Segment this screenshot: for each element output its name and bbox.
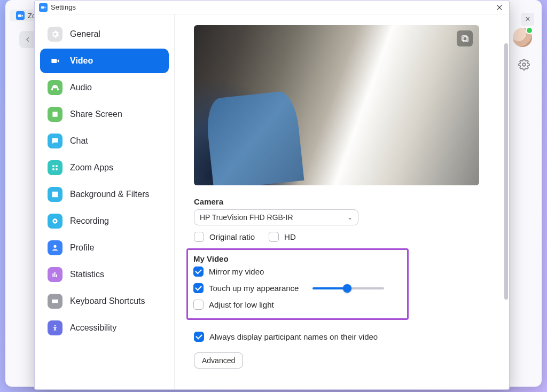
sidebar-item-label: Chat [70, 136, 88, 146]
sidebar-item-a11y[interactable]: Accessibility [40, 316, 169, 340]
stats-icon [48, 267, 62, 282]
video-icon [48, 53, 62, 68]
titlebar: Settings [35, 1, 509, 14]
keyboard-icon [48, 294, 62, 309]
sidebar-item-label: General [70, 29, 100, 39]
sidebar-item-label: Statistics [70, 270, 104, 279]
my-video-highlight: My Video Mirror my video Touch up my app… [186, 248, 409, 320]
apps-icon [48, 160, 62, 175]
lowlight-checkbox[interactable]: Adjust for low light [193, 300, 274, 310]
sidebar-item-general[interactable]: General [40, 22, 169, 46]
record-icon [48, 214, 62, 229]
svg-rect-3 [463, 36, 467, 41]
share-icon [48, 107, 62, 122]
window-title: Settings [51, 3, 76, 11]
chat-icon [48, 134, 62, 148]
video-preview [194, 25, 479, 185]
app-icon [39, 3, 48, 12]
touchup-label: Touch up my appearance [209, 284, 299, 293]
my-video-label: My Video [193, 254, 402, 263]
hd-label: HD [284, 232, 296, 241]
sidebar-item-label: Background & Filters [70, 190, 150, 199]
original-ratio-checkbox[interactable]: Original ratio [194, 232, 255, 242]
sidebar-item-share[interactable]: Share Screen [40, 102, 169, 127]
headphones-icon [48, 80, 62, 95]
sidebar-item-audio[interactable]: Audio [40, 75, 169, 100]
sidebar: GeneralVideoAudioShare ScreenChatZoom Ap… [35, 14, 175, 389]
rotate-camera-button[interactable] [457, 30, 473, 46]
camera-select[interactable]: HP TrueVision FHD RGB-IR ⌄ [194, 209, 358, 225]
sidebar-item-label: Profile [70, 243, 94, 253]
camera-selected-value: HP TrueVision FHD RGB-IR [200, 213, 293, 222]
sidebar-item-apps[interactable]: Zoom Apps [40, 155, 169, 180]
lowlight-label: Adjust for low light [209, 300, 274, 309]
gear-icon [48, 27, 62, 42]
touchup-checkbox[interactable]: Touch up my appearance [193, 283, 299, 293]
zoom-icon [16, 11, 25, 20]
sidebar-item-video[interactable]: Video [40, 49, 169, 73]
background-settings-icon[interactable] [518, 59, 530, 73]
avatar[interactable] [513, 28, 532, 47]
sidebar-item-stats[interactable]: Statistics [40, 262, 169, 287]
profile-icon [48, 240, 62, 255]
sidebar-item-label: Audio [70, 83, 92, 92]
sidebar-item-label: Keyboard Shortcuts [70, 296, 145, 306]
sidebar-item-label: Share Screen [70, 109, 122, 119]
advanced-button[interactable]: Advanced [194, 352, 243, 369]
person-box-icon [48, 187, 62, 202]
sidebar-item-label: Recording [70, 216, 109, 226]
sidebar-item-rec[interactable]: Recording [40, 209, 169, 233]
sidebar-item-kbd[interactable]: Keyboard Shortcuts [40, 289, 169, 313]
chevron-down-icon: ⌄ [347, 214, 353, 221]
camera-label: Camera [194, 197, 490, 206]
mirror-label: Mirror my video [209, 267, 264, 276]
touchup-slider[interactable] [312, 287, 384, 289]
sidebar-item-label: Video [70, 56, 93, 66]
hd-checkbox[interactable]: HD [269, 232, 296, 242]
close-button[interactable] [494, 2, 505, 13]
sidebar-item-profile[interactable]: Profile [40, 236, 169, 260]
settings-window: Settings GeneralVideoAudioShare ScreenCh… [34, 0, 510, 390]
always-names-checkbox[interactable]: Always display participant names on thei… [194, 332, 378, 342]
svg-point-0 [522, 63, 526, 66]
scrollbar[interactable] [504, 43, 508, 300]
sidebar-item-label: Zoom Apps [70, 163, 113, 173]
svg-rect-4 [462, 35, 466, 40]
mirror-checkbox[interactable]: Mirror my video [193, 266, 264, 277]
a11y-icon [48, 320, 62, 335]
sidebar-item-bgf[interactable]: Background & Filters [40, 182, 169, 207]
sidebar-item-label: Accessibility [70, 323, 116, 333]
always-names-label: Always display participant names on thei… [209, 332, 378, 341]
original-ratio-label: Original ratio [209, 232, 255, 241]
background-close-button[interactable]: × [521, 13, 534, 26]
content: Camera HP TrueVision FHD RGB-IR ⌄ Origin… [175, 14, 509, 389]
sidebar-item-chat[interactable]: Chat [40, 129, 169, 153]
